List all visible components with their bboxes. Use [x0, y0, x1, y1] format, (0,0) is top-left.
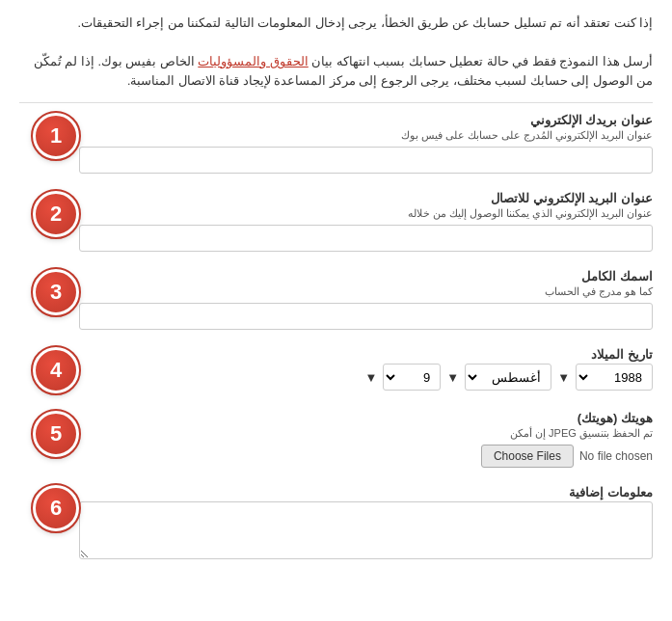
- step3-section: اسمك الكامل كما هو مدرج في الحساب 3: [19, 269, 653, 330]
- file-row: No file chosen Choose Files: [79, 445, 653, 468]
- step6-section: معلومات إضافية 6: [19, 485, 653, 562]
- step2-input[interactable]: [79, 225, 653, 252]
- top-notice: إذا كنت تعتقد أنه تم تسليل حسابك عن طريق…: [19, 14, 653, 91]
- step3-sublabel: كما هو مدرج في الحساب: [79, 285, 653, 298]
- notice-line2: أرسل هذا النموذج فقط في حالة تعطيل حسابك…: [19, 52, 653, 91]
- step3-label: اسمك الكامل: [79, 269, 653, 284]
- step5-sublabel: تم الحفظ بتنسيق JPEG إن أمكن: [79, 427, 653, 440]
- step2-sublabel: عنوان البريد الإلكتروني الذي يمكننا الوص…: [79, 207, 653, 220]
- step3-input[interactable]: [79, 303, 653, 330]
- step3-badge: 3: [33, 269, 79, 315]
- step2-label: عنوان البريد الإلكتروني للاتصال: [79, 191, 653, 205]
- step3-field-area: اسمك الكامل كما هو مدرج في الحساب: [79, 269, 653, 330]
- dob-month-select[interactable]: ينايرفبرايرمارسأبريلمايويونيويوليوأغسطسس…: [465, 364, 551, 391]
- step2-section: عنوان البريد الإلكتروني للاتصال عنوان ال…: [19, 191, 653, 252]
- step5-field-area: هويتك (هويتك) تم الحفظ بتنسيق JPEG إن أم…: [79, 411, 653, 468]
- step5-label: هويتك (هويتك): [79, 411, 653, 425]
- dob-year-select[interactable]: 1988 1987 1989: [576, 364, 653, 391]
- step4-field-area: تاريخ الميلاد 1988 1987 1989 ▼ ينايرفبرا…: [79, 347, 653, 391]
- step4-section: تاريخ الميلاد 1988 1987 1989 ▼ ينايرفبرا…: [19, 347, 653, 393]
- dob-row: 1988 1987 1989 ▼ ينايرفبرايرمارسأبريلماي…: [79, 364, 653, 391]
- step5-section: هويتك (هويتك) تم الحفظ بتنسيق JPEG إن أم…: [19, 411, 653, 468]
- step1-section: عنوان بريدك الإلكتروني عنوان البريد الإل…: [19, 113, 653, 174]
- step6-field-area: معلومات إضافية: [79, 485, 653, 562]
- step1-sublabel: عنوان البريد الإلكتروني المُدرج على حساب…: [79, 129, 653, 142]
- notice-line1: إذا كنت تعتقد أنه تم تسليل حسابك عن طريق…: [19, 14, 653, 33]
- dob-day-select[interactable]: 8910: [383, 364, 441, 391]
- step6-label: معلومات إضافية: [79, 485, 653, 500]
- page-container: إذا كنت تعتقد أنه تم تسليل حسابك عن طريق…: [0, 0, 672, 621]
- step1-input[interactable]: [79, 147, 653, 174]
- step1-badge: 1: [33, 113, 79, 159]
- divider: [19, 102, 653, 103]
- choose-files-button[interactable]: Choose Files: [481, 445, 574, 468]
- step6-badge: 6: [33, 485, 79, 531]
- no-file-text: No file chosen: [579, 449, 653, 463]
- step2-badge: 2: [33, 191, 79, 237]
- step4-label: تاريخ الميلاد: [79, 347, 653, 362]
- step1-field-area: عنوان بريدك الإلكتروني عنوان البريد الإل…: [79, 113, 653, 174]
- step1-label: عنوان بريدك الإلكتروني: [79, 113, 653, 127]
- step5-badge: 5: [33, 411, 79, 457]
- step6-textarea[interactable]: [79, 501, 653, 559]
- step4-badge: 4: [33, 347, 79, 393]
- step2-field-area: عنوان البريد الإلكتروني للاتصال عنوان ال…: [79, 191, 653, 252]
